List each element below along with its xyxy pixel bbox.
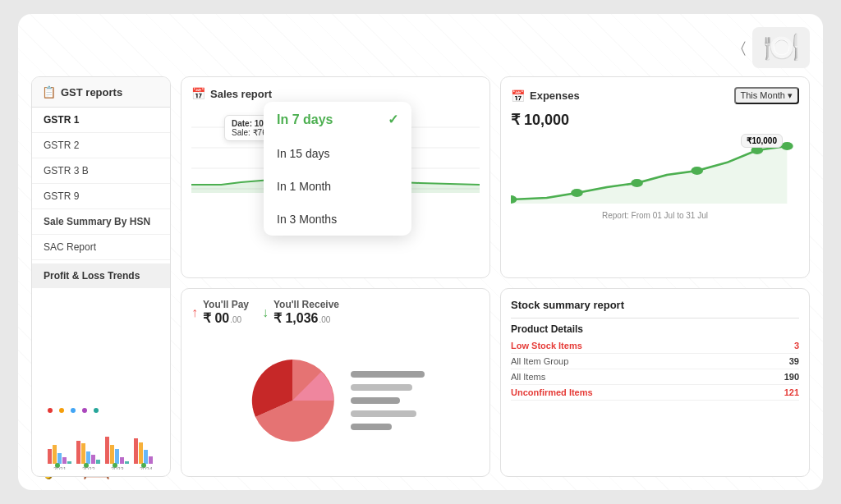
expenses-card: 📅 Expenses This Month ▾ ₹ 10,000 ₹10,000 <box>500 76 810 278</box>
expenses-card-header: 📅 Expenses This Month ▾ <box>511 87 799 104</box>
stock-row-2: All Item Group 39 <box>511 354 799 369</box>
svg-rect-12 <box>86 451 90 464</box>
stock-header: Product Details <box>511 323 799 335</box>
svg-point-41 <box>571 189 583 197</box>
you-pay-details: You'll Pay ₹ 00 .00 <box>203 299 249 326</box>
stock-label-2: All Item Group <box>511 356 568 366</box>
dropdown-item-7days[interactable]: In 7 days ✓ <box>264 102 411 137</box>
stock-row-1: Low Stock Items 3 <box>511 338 799 354</box>
svg-rect-16 <box>110 445 114 464</box>
svg-point-43 <box>691 167 703 175</box>
sidebar-item-gstr3b[interactable]: GSTR 3 B <box>32 158 170 184</box>
payables-lines-area <box>351 371 425 430</box>
stock-row-4: Unconfirmed Items 121 <box>511 385 799 401</box>
svg-point-0 <box>48 408 53 413</box>
dashboard-grid: 📋 GST reports GSTR 1 GSTR 2 GSTR 3 B GST… <box>31 76 810 477</box>
svg-text:2024: 2024 <box>140 466 153 470</box>
payables-row: ↑ You'll Pay ₹ 00 .00 ↓ You'll Receive <box>191 299 480 326</box>
svg-point-2 <box>71 408 76 413</box>
line-1 <box>351 371 425 378</box>
svg-rect-7 <box>57 453 62 464</box>
payables-card: ↑ You'll Pay ₹ 00 .00 ↓ You'll Receive <box>181 288 490 477</box>
line-2 <box>351 384 412 391</box>
svg-rect-15 <box>105 437 109 464</box>
you-pay-item: ↑ You'll Pay ₹ 00 .00 <box>191 299 249 326</box>
sidebar-item-profit-loss[interactable]: Profit & Loss Trends <box>32 263 170 288</box>
svg-rect-10 <box>76 441 80 464</box>
svg-point-4 <box>94 408 99 413</box>
svg-rect-22 <box>144 450 148 464</box>
top-right-icons: 〈 🍽️ <box>741 27 810 68</box>
sales-card-icon: 📅 <box>191 87 205 100</box>
stock-card: Stock summary report Product Details Low… <box>500 288 810 477</box>
stock-label-3: All Items <box>511 372 545 382</box>
expenses-amount: ₹ 10,000 <box>511 111 799 129</box>
top-bar: 〈 🍽️ <box>31 27 810 68</box>
chef-hat-icon-box: 🍽️ <box>752 27 810 68</box>
stock-row-3: All Items 190 <box>511 369 799 385</box>
stock-table: Low Stock Items 3 All Item Group 39 All … <box>511 338 799 401</box>
stock-value-1: 3 <box>794 341 799 351</box>
expenses-filter-btn[interactable]: This Month ▾ <box>734 87 799 104</box>
svg-point-45 <box>781 142 793 150</box>
svg-text:2021: 2021 <box>53 466 67 470</box>
stock-value-3: 190 <box>784 372 799 382</box>
main-container: 〈 🍽️ 📋 GST reports GSTR 1 GSTR 2 GSTR 3 … <box>18 14 823 490</box>
payables-charts <box>191 334 480 466</box>
sidebar-chart-area: 2021 2022 2023 2024 <box>32 288 170 476</box>
expenses-header-left: 📅 Expenses <box>511 89 580 103</box>
sales-report-card: 📅 Sales report Date: 10/07/2024 Sale: ₹7… <box>181 76 490 278</box>
you-receive-amount: ₹ 1,036 <box>273 310 318 326</box>
dropdown-item-1month[interactable]: In 1 Month <box>264 170 411 203</box>
svg-rect-13 <box>91 455 95 464</box>
svg-point-3 <box>82 408 87 413</box>
svg-rect-14 <box>96 460 100 464</box>
svg-rect-21 <box>139 442 143 464</box>
dropdown-item-3months[interactable]: In 3 Months <box>264 203 411 236</box>
svg-point-42 <box>631 179 643 187</box>
payables-pie-chart <box>247 355 338 446</box>
svg-rect-5 <box>48 449 52 464</box>
you-receive-item: ↓ You'll Receive ₹ 1,036 .00 <box>262 299 339 326</box>
line-4 <box>351 410 416 417</box>
nav-arrow-icon[interactable]: 〈 <box>741 39 746 57</box>
up-arrow-icon: ↑ <box>191 305 198 320</box>
stock-divider <box>511 318 799 318</box>
stock-label-1: Low Stock Items <box>511 341 582 351</box>
expenses-tooltip: ₹10,000 <box>741 134 783 148</box>
gst-icon: 📋 <box>42 85 56 99</box>
svg-rect-9 <box>67 461 71 464</box>
chef-hat-icon: 🍽️ <box>763 30 800 65</box>
expenses-title: Expenses <box>530 89 580 102</box>
sidebar-header: 📋 GST reports <box>32 77 170 108</box>
sidebar-item-gstr2[interactable]: GSTR 2 <box>32 133 170 158</box>
svg-text:2022: 2022 <box>82 466 95 470</box>
line-5 <box>351 424 392 430</box>
you-receive-label: You'll Receive <box>273 299 339 310</box>
sidebar-item-sac[interactable]: SAC Report <box>32 235 170 260</box>
sales-dropdown: In 7 days ✓ In 15 days In 1 Month In 3 M… <box>264 102 411 236</box>
sidebar-bar-chart: 2021 2022 2023 2024 <box>44 404 159 470</box>
sidebar-panel: 📋 GST reports GSTR 1 GSTR 2 GSTR 3 B GST… <box>31 76 171 477</box>
you-pay-sub: .00 <box>230 315 241 324</box>
svg-rect-19 <box>125 461 129 464</box>
stock-value-4: 121 <box>784 387 799 397</box>
sidebar-item-sale-summary[interactable]: Sale Summary By HSN <box>32 209 170 235</box>
you-receive-sub: .00 <box>319 315 330 324</box>
you-receive-details: You'll Receive ₹ 1,036 .00 <box>273 299 339 326</box>
sidebar-item-gstr1[interactable]: GSTR 1 <box>32 108 170 133</box>
svg-rect-8 <box>62 457 67 464</box>
sales-card-title: Sales report <box>210 88 272 100</box>
svg-text:2023: 2023 <box>111 466 124 470</box>
svg-rect-17 <box>115 449 119 464</box>
dropdown-item-15days[interactable]: In 15 days <box>264 137 411 170</box>
svg-point-1 <box>59 408 64 413</box>
you-pay-amount: ₹ 00 <box>203 310 229 326</box>
sidebar-item-gstr9[interactable]: GSTR 9 <box>32 184 170 209</box>
checkmark-icon: ✓ <box>388 112 398 127</box>
svg-rect-23 <box>149 456 153 464</box>
stock-label-4: Unconfirmed Items <box>511 387 593 397</box>
line-3 <box>351 397 400 404</box>
expenses-chart: ₹10,000 <box>511 134 799 208</box>
down-arrow-icon: ↓ <box>262 305 269 320</box>
